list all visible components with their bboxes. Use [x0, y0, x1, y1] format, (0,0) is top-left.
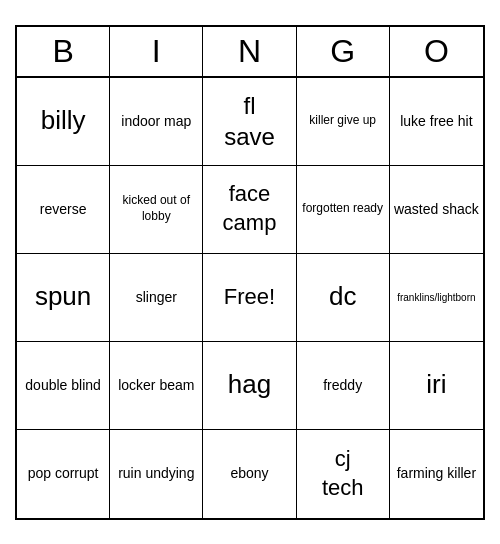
bingo-cell: franklins/lightborn: [390, 254, 483, 342]
bingo-cell: kicked out of lobby: [110, 166, 203, 254]
header-letter: B: [17, 27, 110, 76]
bingo-cell: locker beam: [110, 342, 203, 430]
bingo-cell: ebony: [203, 430, 296, 518]
bingo-header: BINGO: [17, 27, 483, 78]
bingo-cell: Free!: [203, 254, 296, 342]
bingo-cell: pop corrupt: [17, 430, 110, 518]
bingo-cell: killer give up: [297, 78, 390, 166]
bingo-grid: billyindoor mapflsavekiller give upluke …: [17, 78, 483, 518]
bingo-cell: double blind: [17, 342, 110, 430]
bingo-cell: indoor map: [110, 78, 203, 166]
header-letter: O: [390, 27, 483, 76]
bingo-cell: hag: [203, 342, 296, 430]
bingo-cell: ruin undying: [110, 430, 203, 518]
bingo-cell: iri: [390, 342, 483, 430]
bingo-cell: facecamp: [203, 166, 296, 254]
header-letter: N: [203, 27, 296, 76]
bingo-cell: freddy: [297, 342, 390, 430]
bingo-cell: flsave: [203, 78, 296, 166]
bingo-cell: luke free hit: [390, 78, 483, 166]
bingo-cell: slinger: [110, 254, 203, 342]
bingo-cell: reverse: [17, 166, 110, 254]
bingo-cell: billy: [17, 78, 110, 166]
bingo-cell: forgotten ready: [297, 166, 390, 254]
bingo-cell: spun: [17, 254, 110, 342]
bingo-cell: farming killer: [390, 430, 483, 518]
bingo-cell: cjtech: [297, 430, 390, 518]
bingo-card: BINGO billyindoor mapflsavekiller give u…: [15, 25, 485, 520]
header-letter: I: [110, 27, 203, 76]
bingo-cell: dc: [297, 254, 390, 342]
header-letter: G: [297, 27, 390, 76]
bingo-cell: wasted shack: [390, 166, 483, 254]
